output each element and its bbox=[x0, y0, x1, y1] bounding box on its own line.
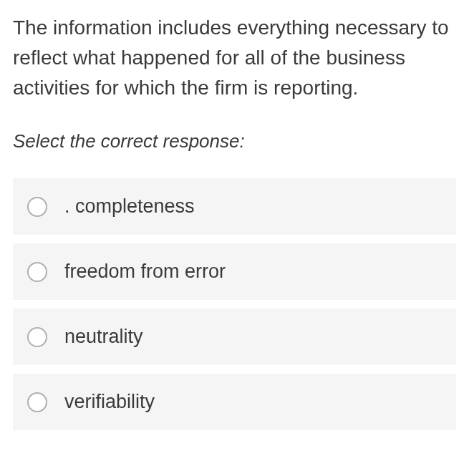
radio-icon bbox=[27, 262, 47, 282]
radio-icon bbox=[27, 327, 47, 347]
option-completeness[interactable]: . completeness bbox=[13, 178, 456, 235]
instruction-text: Select the correct response: bbox=[13, 130, 456, 152]
option-verifiability[interactable]: verifiability bbox=[13, 374, 456, 430]
option-label: . completeness bbox=[64, 195, 195, 218]
question-text: The information includes everything nece… bbox=[13, 13, 456, 103]
option-freedom-from-error[interactable]: freedom from error bbox=[13, 243, 456, 300]
options-container: . completeness freedom from error neutra… bbox=[13, 178, 456, 430]
option-neutrality[interactable]: neutrality bbox=[13, 309, 456, 365]
option-label: verifiability bbox=[64, 391, 155, 413]
option-label: freedom from error bbox=[64, 261, 226, 283]
option-label: neutrality bbox=[64, 326, 143, 348]
radio-icon bbox=[27, 197, 47, 217]
radio-icon bbox=[27, 392, 47, 412]
